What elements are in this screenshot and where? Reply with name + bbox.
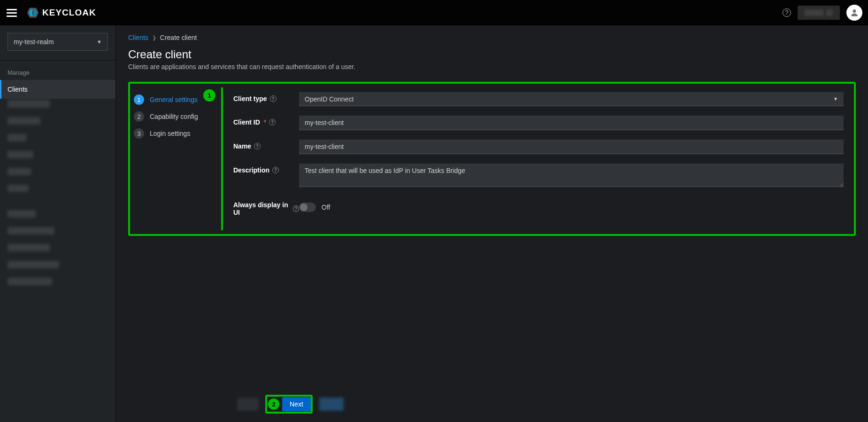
always-display-label: Always display in UI ? bbox=[233, 198, 299, 216]
name-label: Name ? bbox=[233, 140, 299, 150]
main-content: Clients ❯ Create client Create client Cl… bbox=[116, 25, 868, 422]
wizard-footer: 2 Next bbox=[128, 387, 856, 422]
required-indicator: * bbox=[264, 118, 266, 126]
svg-point-3 bbox=[853, 9, 856, 13]
help-icon[interactable]: ? bbox=[254, 143, 261, 149]
wizard-step-capability-config[interactable]: 2 Capability config bbox=[134, 108, 223, 125]
step-label: General settings bbox=[150, 96, 198, 103]
help-icon[interactable]: ? bbox=[293, 205, 299, 212]
sidebar-item-redacted[interactable] bbox=[8, 100, 108, 114]
wizard-steps: 1 General settings 2 Capability config 3… bbox=[134, 87, 223, 230]
chevron-right-icon: ❯ bbox=[152, 35, 156, 41]
annotation-badge-2: 2 bbox=[268, 399, 279, 410]
sidebar-section-redacted bbox=[8, 210, 108, 224]
help-icon[interactable]: ? bbox=[272, 167, 279, 173]
sidebar-section-manage: Manage bbox=[0, 63, 115, 80]
user-avatar[interactable] bbox=[846, 5, 862, 21]
sidebar-item-redacted[interactable] bbox=[8, 134, 108, 148]
caret-down-icon: ▼ bbox=[97, 39, 102, 45]
footer-button-redacted[interactable] bbox=[237, 398, 259, 411]
step-number: 1 bbox=[134, 94, 144, 105]
annotation-badge-1: 1 bbox=[203, 89, 215, 102]
help-icon[interactable]: ? bbox=[269, 119, 276, 125]
wizard-step-login-settings[interactable]: 3 Login settings bbox=[134, 125, 223, 142]
next-highlight-box: 2 Next bbox=[265, 395, 313, 414]
help-icon[interactable]: ? bbox=[270, 95, 277, 102]
name-input[interactable] bbox=[299, 140, 844, 154]
page-description: Clients are applications and services th… bbox=[128, 63, 856, 70]
client-id-input[interactable] bbox=[299, 116, 844, 130]
sidebar-item-redacted[interactable] bbox=[8, 278, 108, 292]
wizard-highlight-box: 1 1 General settings 2 Capability config… bbox=[128, 82, 856, 236]
footer-button-redacted[interactable] bbox=[319, 398, 344, 411]
caret-down-icon: ▼ bbox=[833, 96, 838, 102]
breadcrumb-current: Create client bbox=[160, 34, 197, 41]
client-type-label: Client type ? bbox=[233, 92, 299, 102]
menu-toggle-icon[interactable] bbox=[7, 6, 20, 19]
description-textarea[interactable] bbox=[299, 164, 844, 187]
realm-selector[interactable]: my-test-realm ▼ bbox=[8, 33, 108, 51]
form-area: Client type ? OpenID Connect ▼ Client ID… bbox=[221, 87, 850, 230]
client-type-value: OpenID Connect bbox=[305, 95, 353, 103]
topbar-dropdown[interactable] bbox=[798, 6, 840, 20]
sidebar-item-redacted[interactable] bbox=[8, 244, 108, 258]
always-display-value: Off bbox=[322, 203, 330, 211]
step-number: 2 bbox=[134, 111, 144, 122]
brand-name: KEYCLOAK bbox=[42, 8, 96, 18]
brand-logo[interactable]: KEYCLOAK bbox=[26, 6, 96, 19]
sidebar-item-redacted[interactable] bbox=[8, 185, 108, 199]
sidebar-item-redacted[interactable] bbox=[8, 117, 108, 131]
next-button[interactable]: Next bbox=[282, 397, 311, 411]
sidebar-item-label: Clients bbox=[8, 86, 28, 93]
sidebar-item-redacted[interactable] bbox=[8, 168, 108, 182]
top-bar: KEYCLOAK ? bbox=[0, 0, 868, 25]
step-label: Capability config bbox=[150, 113, 198, 120]
client-id-label: Client ID * ? bbox=[233, 116, 299, 126]
realm-selector-value: my-test-realm bbox=[14, 38, 54, 46]
sidebar-item-redacted[interactable] bbox=[8, 151, 108, 165]
description-label: Description ? bbox=[233, 164, 299, 174]
sidebar-item-redacted[interactable] bbox=[8, 261, 108, 275]
page-title: Create client bbox=[128, 48, 856, 61]
step-label: Login settings bbox=[150, 130, 190, 137]
always-display-toggle[interactable] bbox=[299, 203, 316, 212]
sidebar-item-redacted[interactable] bbox=[8, 227, 108, 241]
help-icon[interactable]: ? bbox=[783, 8, 791, 17]
client-type-select[interactable]: OpenID Connect ▼ bbox=[299, 92, 844, 106]
keycloak-logo-icon bbox=[26, 6, 39, 19]
breadcrumb-parent[interactable]: Clients bbox=[128, 34, 148, 41]
sidebar: my-test-realm ▼ Manage Clients bbox=[0, 25, 116, 422]
step-number: 3 bbox=[134, 128, 144, 139]
breadcrumb: Clients ❯ Create client bbox=[128, 34, 856, 41]
sidebar-item-clients[interactable]: Clients bbox=[0, 80, 115, 99]
